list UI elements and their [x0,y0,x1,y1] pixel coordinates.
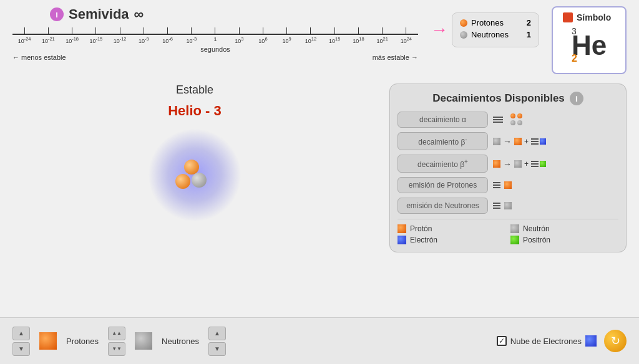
neutron-up-double-button[interactable]: ▲▲ [108,327,125,340]
neutrones-label: Neutrones [471,30,509,39]
tick-item [108,27,132,34]
neutron-count: 1 [527,30,531,39]
nucleus-container [12,125,377,225]
decay-beta-minus-button[interactable]: decaimiento β- [398,132,488,150]
tick-item [346,27,370,34]
legend-electron-label: Electrón [410,236,437,244]
tick-label: 1015 [323,36,346,44]
proton-down-button[interactable]: ▼ [12,342,30,356]
neutron-emission-icon [493,202,512,209]
seconds-label: segundos [12,46,418,53]
legend-positron-label: Positrón [523,236,550,244]
nucleus-particles [173,156,217,194]
semivida-symbol: ∞ [134,6,144,22]
legend-neutron-label: Neutrón [523,224,550,233]
electron-cloud-dot [585,335,597,347]
electron-cloud-label: Nube de Electrones [510,337,582,346]
proton-display [39,332,57,350]
tick-label: 109 [275,36,299,44]
tick-label: 10-9 [132,36,155,44]
tick-label: 1024 [394,36,418,44]
decaimientos-info-icon[interactable]: i [570,92,583,105]
symbol-square-icon [563,12,573,22]
pink-arrow-icon: → [431,21,448,39]
neutron-down-button[interactable]: ▼ [208,342,226,356]
alpha-lines-icon [493,117,503,123]
tick-label: 10-12 [108,36,132,44]
tick-item [60,27,84,34]
element-atomic-number: 2 [572,53,577,64]
tick-label: 10-21 [36,36,60,44]
decay-neutron-button[interactable]: emisión de Neutrones [398,198,488,214]
proton-dot [460,19,467,27]
alpha-cluster-icon [510,113,523,126]
decay-alpha-button[interactable]: decaimiento α [398,112,488,128]
bottom-right: ✓ Nube de Electrones ↻ [497,330,627,352]
legend-proton-label: Protón [410,224,432,233]
protones-label: Protones [471,18,504,27]
nucleus-neutron [192,173,207,188]
decaimientos-panel: Decaimientos Disponibles i decaimiento α… [389,84,627,252]
tick-label: 1 [203,36,227,44]
legend-electron: Electrón [398,236,505,244]
tick-item [12,27,36,34]
refresh-icon: ↻ [611,334,620,348]
decay-row-proton: emisión de Protones [398,177,618,193]
tick-label: 1018 [346,36,370,44]
bottom-bar: ▲ ▼ Protones ▲▲ ▼▼ Neutrones ▲ ▼ ✓ Nube … [0,317,639,364]
neutron-stepper-single: ▲ ▼ [208,327,226,356]
tick-label: 103 [227,36,251,44]
tick-label: 1012 [299,36,323,44]
stability-text: Estable [12,84,377,97]
decay-row-neutron: emisión de Neutrones [398,198,618,214]
tick-item [371,27,394,34]
proton-emission-icon [493,181,512,189]
tick-item [323,27,346,34]
neutron-display [135,332,152,350]
beta-minus-icon: → + [493,136,546,146]
neutron-stepper-label: Neutrones [162,337,199,346]
neutron-stepper-double: ▲▲ ▼▼ [108,327,125,356]
electron-cloud-section: ✓ Nube de Electrones [497,335,597,347]
tick-label: 10-15 [84,36,108,44]
decay-row-alpha: decaimiento α [398,112,618,128]
decay-proton-button[interactable]: emisión de Protones [398,177,488,193]
tick-item [394,27,418,34]
legend-proton: Protón [398,224,505,233]
proton-stepper-label: Protones [66,337,99,346]
tick-item [84,27,108,34]
proton-up-button[interactable]: ▲ [12,327,30,340]
symbol-title: Símbolo [577,12,611,22]
refresh-button[interactable]: ↻ [604,330,627,352]
legend-positron: Positrón [510,236,618,244]
neutron-down-double-button[interactable]: ▼▼ [108,342,125,356]
tick-item [227,27,251,34]
symbol-card: Símbolo 3 He 2 [552,6,627,74]
electron-cloud-checkbox[interactable]: ✓ [497,336,507,346]
tick-item [275,27,299,34]
decaimientos-title-text: Decaimientos Disponibles [432,92,565,105]
tick-label: 10-18 [60,36,84,44]
particles-panel: Protones 2 Neutrones 1 [452,12,539,47]
tick-label: 106 [251,36,275,44]
proton-stepper: ▲ ▼ [12,327,30,356]
timeline: 10-24 10-21 10-18 10-15 10-12 10-9 10-6 … [12,27,418,61]
decay-beta-plus-button[interactable]: decaimiento β+ [398,155,488,173]
decay-row-beta-plus: decaimiento β+ → + [398,155,618,173]
tick-item [251,27,275,34]
tick-item [299,27,323,34]
tick-label: 10-6 [155,36,179,44]
nucleus-proton [175,174,190,189]
semivida-label: Semivida [69,6,129,22]
legend-neutron: Neutrón [510,224,618,233]
nucleus-glow [148,128,241,222]
less-stable-label: ← menos estable [12,54,66,61]
neutron-up-button[interactable]: ▲ [208,327,226,340]
decay-row-beta-minus: decaimiento β- → + [398,132,618,150]
beta-plus-icon: → + [493,159,546,169]
semivida-info-icon[interactable]: i [50,7,64,21]
tick-label: 10-24 [12,36,36,44]
decay-legend: Protón Neutrón Electrón Positrón [398,219,618,244]
tick-item [132,27,155,34]
tick-item [36,27,60,34]
